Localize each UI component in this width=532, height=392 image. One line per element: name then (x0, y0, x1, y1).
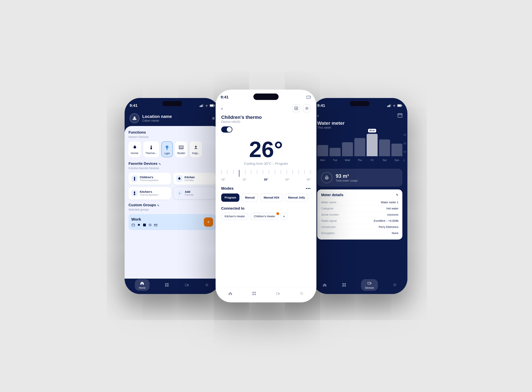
menu-icon[interactable]: ≡ (212, 116, 215, 121)
fav-edit-icon[interactable]: ✎ (159, 162, 161, 166)
nav-grid-water[interactable] (342, 282, 347, 287)
light-label: Light (164, 152, 170, 155)
nav-grid[interactable] (164, 282, 169, 287)
work-card[interactable]: Work + (129, 214, 216, 230)
grid-nav-icon (164, 282, 169, 287)
meter-key-2: Serial number: (321, 213, 339, 216)
modes-more-icon[interactable]: ••• (306, 186, 311, 191)
svg-rect-36 (188, 285, 189, 286)
temp-18: 18° (221, 178, 225, 181)
add-device-btn[interactable] (292, 104, 300, 112)
droplet-icon (132, 144, 138, 150)
nav-settings[interactable] (204, 282, 210, 287)
day-mon: Mon (320, 159, 325, 162)
nav-settings-water[interactable] (392, 282, 397, 287)
func-irriga[interactable]: Irriga... (190, 141, 202, 157)
irrigation-icon (193, 144, 199, 150)
shutter-icon (178, 144, 184, 150)
meter-key-0: Meter name: (321, 201, 337, 204)
svg-rect-41 (299, 96, 300, 98)
avatar[interactable] (130, 113, 140, 123)
day-thu: Thu (358, 159, 362, 162)
groups-edit-icon[interactable]: ✎ (157, 204, 159, 207)
meter-row-0: Meter name: Water meter 1 (321, 199, 398, 205)
svg-point-48 (306, 108, 308, 109)
add-sub: Favorite (185, 193, 193, 196)
mode-program[interactable]: Program (221, 193, 239, 202)
calendar-icon-btn[interactable] (398, 113, 402, 118)
connected-add-btn[interactable]: + (280, 213, 288, 220)
nav-devices-water[interactable]: Devices (361, 279, 378, 291)
home-nav-icon-water (322, 282, 327, 287)
svg-rect-20 (134, 191, 135, 194)
tag-kitchen-heater[interactable]: Kitchen's Heater (221, 213, 248, 220)
battery-icon-2 (306, 96, 311, 98)
thermo-header: ‹ (216, 102, 316, 115)
svg-rect-73 (370, 283, 371, 284)
nav-home-water[interactable] (322, 282, 327, 287)
svg-rect-43 (307, 96, 310, 98)
y-0: 0 (403, 159, 406, 162)
func-light[interactable]: Light (161, 141, 173, 157)
tag-children-heater[interactable]: Children's Heater (250, 213, 279, 220)
nav-settings-thermo[interactable] (299, 291, 304, 296)
fav-kitchen-title2: Kitchen's (140, 190, 158, 193)
fav-add-card[interactable]: ＋ Add Favorite (173, 187, 216, 200)
nav-home[interactable]: Home (135, 279, 149, 291)
nav-devices[interactable] (184, 282, 189, 287)
mode-manual[interactable]: Manual (242, 193, 258, 202)
settings-btn[interactable] (303, 104, 311, 112)
mode-manual-jolly[interactable]: Manual Jolly (285, 193, 308, 202)
tick-12 (287, 170, 287, 174)
fav-kitchen-title: Kitchen (185, 176, 195, 179)
home-nav-icon-thermo (228, 291, 233, 296)
battery-icon (210, 104, 215, 107)
mode-manual-h24[interactable]: Manual H24 (260, 193, 283, 202)
nav-home-thermo[interactable] (228, 291, 233, 296)
fav-sub: 9 Active favorite Devices (129, 167, 216, 170)
bar-wed (342, 142, 353, 156)
meter-edit-icon[interactable]: ✎ (396, 193, 398, 197)
add-group-btn[interactable]: + (204, 217, 213, 227)
chart-bars: Mon Tue Wed Thu (317, 134, 402, 162)
nav-grid-thermo[interactable] (252, 291, 257, 296)
svg-rect-53 (276, 293, 279, 294)
calendar-icon (398, 113, 402, 118)
svg-rect-56 (387, 106, 388, 107)
groups-header-row: Custom Groups ✎ (129, 203, 216, 208)
temp-ticks (221, 170, 311, 177)
svg-rect-10 (151, 147, 151, 148)
temp-slider[interactable]: 18° 22° 26° 30° 34° (216, 167, 316, 184)
fav-grid: Children's Thermoregulation Kitchen Humi… (129, 173, 216, 200)
dynamic-island-3 (350, 101, 370, 106)
svg-rect-52 (254, 294, 256, 295)
status-time-3: 9:41 (317, 103, 325, 108)
tick-5 (245, 170, 245, 174)
meter-val-1: Hot water (386, 207, 398, 210)
functions-title: Functions (129, 130, 216, 135)
grid-nav-icon-water (342, 282, 347, 287)
func-thermor[interactable]: Thermor... (143, 141, 159, 157)
power-toggle[interactable] (221, 126, 232, 133)
func-humid[interactable]: Humid. (129, 141, 141, 157)
bottom-nav-thermo (216, 287, 316, 302)
screen-water: 9:41 ‹ Water meter This week (312, 98, 407, 294)
fav-children-thermo[interactable]: Children's Thermoregulation (129, 173, 171, 185)
water-back-btn[interactable]: ‹ (317, 113, 319, 118)
settings-nav-icon-thermo (299, 291, 304, 296)
work-icon-1 (131, 223, 135, 227)
total-label: Total water usage (336, 179, 358, 182)
svg-rect-62 (402, 105, 402, 106)
devices-nav-label: Devices (365, 286, 374, 289)
fav-children-title: Children's (140, 176, 158, 179)
fav-kitchen-humid[interactable]: Kitchen Humidity (173, 173, 216, 185)
meter-row-3: Radio signal Excellent – +0,00db (321, 218, 398, 224)
add-fav-icon: ＋ (176, 190, 183, 196)
svg-rect-69 (344, 283, 346, 285)
fav-kitchen-thermo[interactable]: Kitchen's Thermoregulation (129, 187, 171, 200)
back-button[interactable]: ‹ (221, 106, 223, 111)
signal-icon-2 (296, 96, 300, 98)
nav-devices-thermo[interactable] (275, 291, 280, 296)
fav-thermo-icon-2 (131, 190, 138, 196)
func-shutter[interactable]: Shutter (175, 141, 187, 157)
